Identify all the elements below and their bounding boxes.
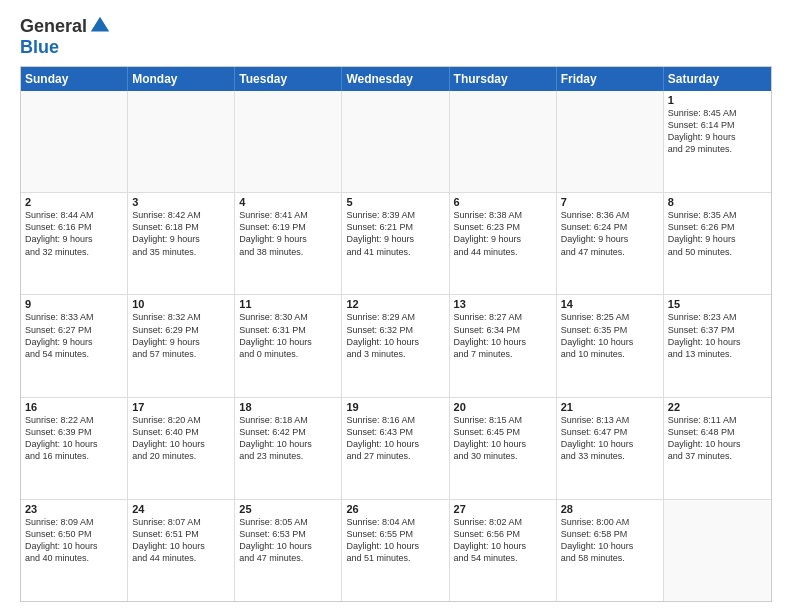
header-cell-thursday: Thursday bbox=[450, 67, 557, 91]
day-number: 14 bbox=[561, 298, 659, 310]
cell-info: Sunrise: 8:41 AM Sunset: 6:19 PM Dayligh… bbox=[239, 209, 337, 258]
day-number: 18 bbox=[239, 401, 337, 413]
cell-info: Sunrise: 8:20 AM Sunset: 6:40 PM Dayligh… bbox=[132, 414, 230, 463]
calendar-cell: 26Sunrise: 8:04 AM Sunset: 6:55 PM Dayli… bbox=[342, 500, 449, 601]
logo-blue-text: Blue bbox=[20, 37, 59, 57]
cell-info: Sunrise: 8:05 AM Sunset: 6:53 PM Dayligh… bbox=[239, 516, 337, 565]
day-number: 15 bbox=[668, 298, 767, 310]
calendar-cell: 11Sunrise: 8:30 AM Sunset: 6:31 PM Dayli… bbox=[235, 295, 342, 396]
cell-info: Sunrise: 8:45 AM Sunset: 6:14 PM Dayligh… bbox=[668, 107, 767, 156]
calendar-cell: 1Sunrise: 8:45 AM Sunset: 6:14 PM Daylig… bbox=[664, 91, 771, 192]
day-number: 6 bbox=[454, 196, 552, 208]
cell-info: Sunrise: 8:13 AM Sunset: 6:47 PM Dayligh… bbox=[561, 414, 659, 463]
calendar-cell bbox=[128, 91, 235, 192]
calendar-cell: 24Sunrise: 8:07 AM Sunset: 6:51 PM Dayli… bbox=[128, 500, 235, 601]
day-number: 4 bbox=[239, 196, 337, 208]
day-number: 21 bbox=[561, 401, 659, 413]
day-number: 1 bbox=[668, 94, 767, 106]
day-number: 17 bbox=[132, 401, 230, 413]
day-number: 3 bbox=[132, 196, 230, 208]
day-number: 25 bbox=[239, 503, 337, 515]
calendar-cell bbox=[664, 500, 771, 601]
calendar-cell: 13Sunrise: 8:27 AM Sunset: 6:34 PM Dayli… bbox=[450, 295, 557, 396]
day-number: 19 bbox=[346, 401, 444, 413]
cell-info: Sunrise: 8:35 AM Sunset: 6:26 PM Dayligh… bbox=[668, 209, 767, 258]
header-cell-wednesday: Wednesday bbox=[342, 67, 449, 91]
day-number: 12 bbox=[346, 298, 444, 310]
calendar-cell: 25Sunrise: 8:05 AM Sunset: 6:53 PM Dayli… bbox=[235, 500, 342, 601]
day-number: 7 bbox=[561, 196, 659, 208]
calendar-header: SundayMondayTuesdayWednesdayThursdayFrid… bbox=[21, 67, 771, 91]
day-number: 11 bbox=[239, 298, 337, 310]
cell-info: Sunrise: 8:09 AM Sunset: 6:50 PM Dayligh… bbox=[25, 516, 123, 565]
day-number: 26 bbox=[346, 503, 444, 515]
calendar-cell bbox=[557, 91, 664, 192]
cell-info: Sunrise: 8:00 AM Sunset: 6:58 PM Dayligh… bbox=[561, 516, 659, 565]
day-number: 10 bbox=[132, 298, 230, 310]
day-number: 5 bbox=[346, 196, 444, 208]
calendar-cell bbox=[235, 91, 342, 192]
header-cell-monday: Monday bbox=[128, 67, 235, 91]
calendar-row-3: 16Sunrise: 8:22 AM Sunset: 6:39 PM Dayli… bbox=[21, 397, 771, 499]
calendar-cell: 17Sunrise: 8:20 AM Sunset: 6:40 PM Dayli… bbox=[128, 398, 235, 499]
header: General Blue bbox=[20, 16, 772, 58]
calendar-cell: 15Sunrise: 8:23 AM Sunset: 6:37 PM Dayli… bbox=[664, 295, 771, 396]
calendar-cell: 6Sunrise: 8:38 AM Sunset: 6:23 PM Daylig… bbox=[450, 193, 557, 294]
calendar-cell: 16Sunrise: 8:22 AM Sunset: 6:39 PM Dayli… bbox=[21, 398, 128, 499]
calendar-cell: 9Sunrise: 8:33 AM Sunset: 6:27 PM Daylig… bbox=[21, 295, 128, 396]
day-number: 27 bbox=[454, 503, 552, 515]
cell-info: Sunrise: 8:44 AM Sunset: 6:16 PM Dayligh… bbox=[25, 209, 123, 258]
calendar-cell bbox=[450, 91, 557, 192]
calendar-row-4: 23Sunrise: 8:09 AM Sunset: 6:50 PM Dayli… bbox=[21, 499, 771, 601]
cell-info: Sunrise: 8:36 AM Sunset: 6:24 PM Dayligh… bbox=[561, 209, 659, 258]
calendar-cell: 21Sunrise: 8:13 AM Sunset: 6:47 PM Dayli… bbox=[557, 398, 664, 499]
day-number: 8 bbox=[668, 196, 767, 208]
calendar-cell: 2Sunrise: 8:44 AM Sunset: 6:16 PM Daylig… bbox=[21, 193, 128, 294]
cell-info: Sunrise: 8:30 AM Sunset: 6:31 PM Dayligh… bbox=[239, 311, 337, 360]
cell-info: Sunrise: 8:11 AM Sunset: 6:48 PM Dayligh… bbox=[668, 414, 767, 463]
calendar-cell: 23Sunrise: 8:09 AM Sunset: 6:50 PM Dayli… bbox=[21, 500, 128, 601]
cell-info: Sunrise: 8:38 AM Sunset: 6:23 PM Dayligh… bbox=[454, 209, 552, 258]
day-number: 20 bbox=[454, 401, 552, 413]
header-cell-friday: Friday bbox=[557, 67, 664, 91]
cell-info: Sunrise: 8:04 AM Sunset: 6:55 PM Dayligh… bbox=[346, 516, 444, 565]
logo-icon bbox=[89, 15, 111, 37]
cell-info: Sunrise: 8:18 AM Sunset: 6:42 PM Dayligh… bbox=[239, 414, 337, 463]
day-number: 13 bbox=[454, 298, 552, 310]
day-number: 9 bbox=[25, 298, 123, 310]
day-number: 28 bbox=[561, 503, 659, 515]
calendar-cell: 19Sunrise: 8:16 AM Sunset: 6:43 PM Dayli… bbox=[342, 398, 449, 499]
calendar-cell: 4Sunrise: 8:41 AM Sunset: 6:19 PM Daylig… bbox=[235, 193, 342, 294]
day-number: 23 bbox=[25, 503, 123, 515]
page: General Blue SundayMondayTuesdayWednesda… bbox=[0, 0, 792, 612]
calendar-cell: 18Sunrise: 8:18 AM Sunset: 6:42 PM Dayli… bbox=[235, 398, 342, 499]
svg-marker-0 bbox=[91, 16, 109, 31]
cell-info: Sunrise: 8:02 AM Sunset: 6:56 PM Dayligh… bbox=[454, 516, 552, 565]
calendar-cell bbox=[21, 91, 128, 192]
calendar-cell: 14Sunrise: 8:25 AM Sunset: 6:35 PM Dayli… bbox=[557, 295, 664, 396]
calendar-row-1: 2Sunrise: 8:44 AM Sunset: 6:16 PM Daylig… bbox=[21, 192, 771, 294]
calendar-cell: 12Sunrise: 8:29 AM Sunset: 6:32 PM Dayli… bbox=[342, 295, 449, 396]
cell-info: Sunrise: 8:15 AM Sunset: 6:45 PM Dayligh… bbox=[454, 414, 552, 463]
header-cell-tuesday: Tuesday bbox=[235, 67, 342, 91]
calendar-cell: 5Sunrise: 8:39 AM Sunset: 6:21 PM Daylig… bbox=[342, 193, 449, 294]
calendar-cell: 3Sunrise: 8:42 AM Sunset: 6:18 PM Daylig… bbox=[128, 193, 235, 294]
cell-info: Sunrise: 8:07 AM Sunset: 6:51 PM Dayligh… bbox=[132, 516, 230, 565]
calendar-row-0: 1Sunrise: 8:45 AM Sunset: 6:14 PM Daylig… bbox=[21, 91, 771, 192]
calendar-cell bbox=[342, 91, 449, 192]
cell-info: Sunrise: 8:33 AM Sunset: 6:27 PM Dayligh… bbox=[25, 311, 123, 360]
cell-info: Sunrise: 8:29 AM Sunset: 6:32 PM Dayligh… bbox=[346, 311, 444, 360]
header-cell-saturday: Saturday bbox=[664, 67, 771, 91]
calendar: SundayMondayTuesdayWednesdayThursdayFrid… bbox=[20, 66, 772, 602]
day-number: 24 bbox=[132, 503, 230, 515]
logo-general-text: General bbox=[20, 16, 87, 37]
calendar-cell: 10Sunrise: 8:32 AM Sunset: 6:29 PM Dayli… bbox=[128, 295, 235, 396]
calendar-cell: 20Sunrise: 8:15 AM Sunset: 6:45 PM Dayli… bbox=[450, 398, 557, 499]
day-number: 2 bbox=[25, 196, 123, 208]
cell-info: Sunrise: 8:25 AM Sunset: 6:35 PM Dayligh… bbox=[561, 311, 659, 360]
calendar-body: 1Sunrise: 8:45 AM Sunset: 6:14 PM Daylig… bbox=[21, 91, 771, 601]
calendar-cell: 27Sunrise: 8:02 AM Sunset: 6:56 PM Dayli… bbox=[450, 500, 557, 601]
cell-info: Sunrise: 8:32 AM Sunset: 6:29 PM Dayligh… bbox=[132, 311, 230, 360]
calendar-row-2: 9Sunrise: 8:33 AM Sunset: 6:27 PM Daylig… bbox=[21, 294, 771, 396]
cell-info: Sunrise: 8:27 AM Sunset: 6:34 PM Dayligh… bbox=[454, 311, 552, 360]
